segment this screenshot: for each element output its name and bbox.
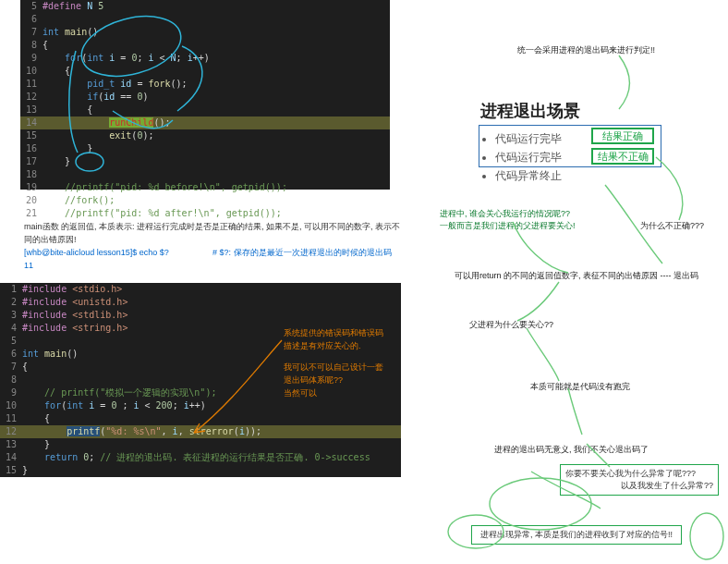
flow-return: 可以用return 的不同的返回值数字, 表征不同的出错原因 ---- 退出码: [455, 270, 698, 282]
code-editor-1[interactable]: 5#define N 567int main()8{9 for(int i = …: [20, 0, 390, 190]
code-line: 12 if(id == 0): [20, 91, 390, 104]
code-line: 1#include <stdio.h>: [0, 283, 401, 296]
code-line: 13 }: [0, 438, 401, 451]
code-line: 6: [20, 13, 390, 26]
flow-q1a: 进程中, 谁会关心我运行的情况呢??: [440, 208, 570, 220]
svg-point-4: [690, 513, 723, 559]
result-incorrect: 结果不正确: [591, 148, 654, 165]
flow-box1: 你要不要关心我为什么异常了呢??? 以及我发生了什么异常??: [560, 464, 719, 496]
flow-q3: 父进程为什么要关心??: [469, 319, 553, 331]
code-line: 8{: [20, 39, 390, 52]
code-line: 21 //printf("pid: %d after!\n", getpid()…: [20, 207, 390, 220]
code-line: 11 {: [0, 412, 401, 425]
code-line: 12 printf("%d: %s\n", i, strerror(i));: [0, 425, 401, 438]
flow-box2: 进程出现异常, 本质是我们的进程收到了对应的信号!!: [471, 525, 682, 545]
heading-scenario: 进程退出场景: [480, 100, 580, 122]
code-line: 17 }: [20, 155, 390, 168]
code-line: 15}: [0, 464, 401, 477]
code-line: 3#include <stdlib.h>: [0, 309, 401, 322]
flow-ans3: 本质可能就是代码没有跑完: [530, 381, 630, 393]
side-note-2: 我可以不可以自己设计一套退出码体系呢??当然可以: [284, 361, 383, 399]
code-line: 2#include <unistd.h>: [0, 296, 401, 309]
note-exitcode: 统一会采用进程的退出码来进行判定!!: [517, 44, 655, 56]
code-line: 5#define N 5: [20, 0, 390, 13]
code-line: 14 return 0; // 进程的退出码. 表征进程的运行结果是否正确. 0…: [0, 451, 401, 464]
result-correct: 结果正确: [591, 128, 654, 144]
code-line: 7int main(): [20, 26, 390, 39]
code-line: 9 for(int i = 0; i < N; i++): [20, 52, 390, 65]
scenario-list: 代码运行完毕 代码运行完毕 代码异常终止: [480, 129, 562, 185]
flow-q1b: 一般而言是我们进程的父进程要关心!: [440, 220, 576, 232]
shell-output: 11: [24, 259, 33, 272]
code-line: 14 runChild();: [20, 116, 390, 129]
code-line: 10 {: [20, 65, 390, 78]
code-line: 19 //printf("pid: %d before!\n", getpid(…: [20, 181, 390, 194]
shell-prompt: [whb@bite-alicloud lesson15]$ echo $?: [24, 246, 169, 259]
code-line: 10 for(int i = 0 ; i < 200; i++): [0, 399, 401, 412]
flow-q2: 为什么不正确???: [640, 220, 704, 232]
shell-comment: # $?: 保存的是最近一次进程退出的时候的退出码: [212, 246, 392, 259]
code-line: 20 //fork();: [20, 194, 390, 207]
code-line: 11 pid_t id = fork();: [20, 78, 390, 91]
flow-q4: 进程的退出码无意义, 我们不关心退出码了: [494, 444, 649, 456]
code-line: 15 exit(0);: [20, 129, 390, 142]
code-line: 16 }: [20, 142, 390, 155]
code-line: 18: [20, 168, 390, 181]
side-note: 系统提供的错误码和错误码描述是有对应关心的.: [284, 326, 383, 352]
code-line: 13 {: [20, 104, 390, 116]
note-main-return: main函数 的返回值, 本质表示: 进程运行完成时是否是正确的结果, 如果不是…: [24, 220, 403, 246]
